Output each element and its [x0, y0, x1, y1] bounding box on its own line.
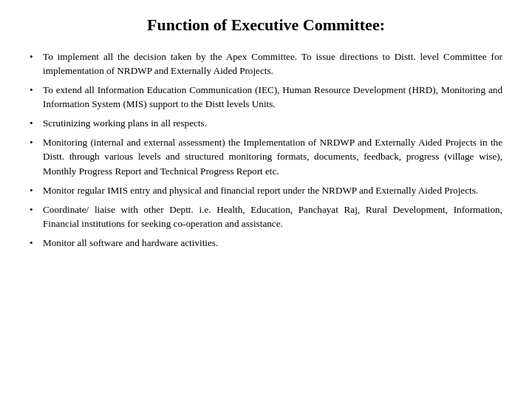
bullet-symbol: • — [30, 236, 43, 250]
list-item: •Monitor regular IMIS entry and physical… — [30, 183, 502, 197]
list-item: •Coordinate/ liaise with other Deptt. i.… — [30, 202, 502, 231]
list-item: •Monitoring (internal and external asses… — [30, 135, 502, 177]
page: Function of Executive Committee: •To imp… — [0, 0, 532, 399]
list-item-text: Coordinate/ liaise with other Deptt. i.e… — [43, 202, 502, 231]
list-item-text: Scrutinizing working plans in all respec… — [43, 116, 502, 130]
bullet-symbol: • — [30, 83, 43, 97]
list-item-text: To implement all the decision taken by t… — [43, 50, 502, 78]
bullet-symbol: • — [30, 135, 43, 149]
list-item: •Scrutinizing working plans in all respe… — [30, 116, 502, 130]
list-item-text: Monitoring (internal and external assess… — [43, 135, 502, 177]
list-item-text: Monitor regular IMIS entry and physical … — [43, 183, 502, 197]
bullet-symbol: • — [30, 116, 43, 130]
list-item: •To extend all Information Education Com… — [30, 83, 502, 111]
bullet-list: •To implement all the decision taken by … — [30, 50, 502, 250]
list-item: •Monitor all software and hardware activ… — [30, 236, 502, 250]
content-area: •To implement all the decision taken by … — [30, 50, 502, 250]
bullet-symbol: • — [30, 202, 43, 216]
list-item: •To implement all the decision taken by … — [30, 50, 502, 78]
bullet-symbol: • — [30, 50, 43, 64]
page-title: Function of Executive Committee: — [30, 15, 502, 36]
list-item-text: Monitor all software and hardware activi… — [43, 236, 502, 250]
list-item-text: To extend all Information Education Comm… — [43, 83, 502, 111]
bullet-symbol: • — [30, 183, 43, 197]
